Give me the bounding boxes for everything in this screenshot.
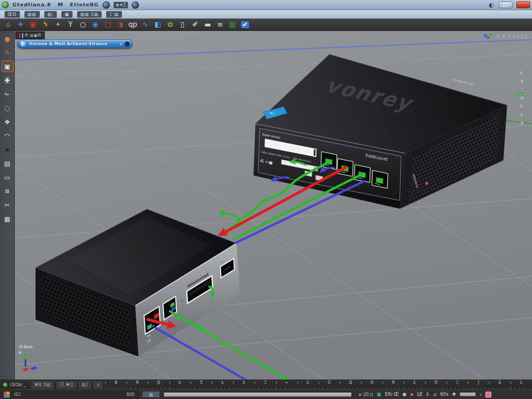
panel-tool-icon[interactable]: ▤ [2, 158, 13, 169]
selection-info-bar[interactable]: Iterene & Mull Arlibent-Elreece ▾ [17, 39, 133, 48]
axes-icon[interactable]: ĿE [417, 392, 423, 397]
restore-button[interactable] [499, 1, 513, 8]
key-icon[interactable]: ▪ [410, 392, 413, 397]
star-icon[interactable]: ✦ [52, 19, 64, 30]
close-button[interactable] [516, 1, 530, 8]
bar-tool-icon[interactable]: ▭ [2, 172, 13, 182]
timeline-button[interactable]: ΔΞ [79, 381, 91, 388]
y-tool-icon[interactable]: Υ [65, 19, 76, 30]
clay-tool-icon[interactable]: ● [2, 33, 13, 44]
origin-sub-label: Ø [18, 351, 21, 355]
knife-tool-icon[interactable]: ✁ [2, 89, 13, 99]
select-box-icon[interactable]: ▣ [2, 61, 13, 72]
time-slider[interactable] [163, 392, 352, 397]
ruler-tick: Ω [340, 380, 361, 390]
flag-tool-icon[interactable]: ➤ [2, 144, 13, 155]
globe-tool-icon[interactable]: ◉ [90, 19, 101, 30]
ruler-tick: O [361, 380, 382, 390]
scissors-tool-icon[interactable]: ✂ [2, 200, 13, 210]
arc-tool-icon[interactable]: ◠ [2, 130, 13, 141]
curve-icon[interactable]: ⊿ [433, 392, 436, 397]
home-icon[interactable]: ⌂ [2, 19, 14, 30]
ruler-tick: ʃ [468, 380, 489, 390]
cube-icon[interactable]: ◧ [152, 19, 163, 30]
menu-item[interactable]: ▥¦ [44, 11, 57, 18]
pink-status-icon[interactable] [485, 392, 491, 398]
menu-item[interactable]: ŒD [5, 11, 20, 18]
walk-icon[interactable]: λ [426, 392, 429, 397]
view-info: 3.6 C×223 [483, 32, 528, 41]
app-icon[interactable] [2, 1, 9, 8]
edge-label: £ [520, 111, 524, 119]
check-icon[interactable]: ✔ [239, 19, 251, 30]
display-mode-chip[interactable]: ▦ [142, 391, 160, 398]
timeline-button[interactable]: ΞΪ ЖΞ [56, 381, 77, 388]
lasso-tool-icon[interactable]: ◌ [2, 103, 13, 113]
title-bar: Gtedfiana.8 M EtioteBG ∗+Ξ ◐ [0, 0, 532, 10]
eri-label[interactable]: ERı Œ [385, 392, 399, 397]
ruler-tick: ÷ [276, 380, 297, 390]
chevron-down-icon: ▾ [120, 42, 122, 46]
main-toolbar: ⌂✈▣ϟ✦Υ○◉▢◑qp∿◧✿▯✐▬≡▥✔ [0, 18, 532, 31]
eraser-icon[interactable]: ▬ [202, 19, 213, 30]
timeline-button[interactable]: ЖΕ ΪЩ [31, 381, 54, 388]
disc-icon[interactable]: ◑ [115, 19, 126, 30]
globe-icon[interactable] [103, 1, 110, 9]
leaf-icon[interactable]: ✿ [164, 19, 176, 30]
jet-icon[interactable]: ✈ [15, 19, 26, 30]
record-icon[interactable] [3, 382, 8, 387]
pen-icon[interactable]: ✐ [189, 19, 201, 30]
ruler-tick: Ɔ [254, 380, 276, 390]
camera-box-icon[interactable]: ▢ [102, 19, 114, 30]
menu-bar: ŒD▤▤▥¦▦▥▤ 5▤Ξ ▤ [0, 10, 532, 18]
edge-label: R [520, 78, 524, 86]
secs-label[interactable]: 60s [440, 392, 448, 397]
window-title: Gtedfiana.8 M EtioteBG [12, 2, 99, 8]
timeline-button[interactable]: ▫ [94, 381, 103, 388]
timeline-ruler[interactable]: BЯQŁ5Ŀ£Ɔ÷ƐĠΩOЯƐƱΞʃƂĿ [105, 380, 532, 390]
wave-icon[interactable]: ∿ [139, 19, 151, 30]
ruler-tick: 5 [191, 380, 212, 390]
selection-icon [20, 41, 26, 47]
minimize-button[interactable]: ◐ [488, 1, 495, 9]
pixel-grid-icon[interactable] [4, 392, 10, 398]
sphere-icon[interactable]: ● [402, 392, 406, 397]
tool-sidebar: ●✎▣✚✁◌❖◠➤▤▭⧈✂▦ [0, 31, 15, 380]
zoom-slider[interactable] [459, 392, 476, 397]
list-icon[interactable]: ≡ [214, 19, 226, 30]
magenta-dot [425, 182, 428, 185]
menu-item[interactable]: ▥▤ 5▤ [77, 11, 102, 18]
lightning-icon[interactable]: ϟ [40, 19, 51, 30]
gears-icon[interactable]: ✱ [452, 392, 456, 397]
ruler-tick: Ġ [319, 380, 340, 390]
status-prefix: ≥ |Z| t¦ [358, 392, 373, 397]
origin-label: Gl 8oos [19, 345, 33, 349]
extrude-tool-icon[interactable]: ⧈ [2, 186, 13, 196]
image-tool-icon[interactable]: ▦ [2, 213, 13, 224]
title-chip: ∗+Ξ [114, 2, 128, 8]
ruler-tick: Ɛ [297, 380, 319, 390]
menu-item[interactable]: ▦ [61, 11, 73, 18]
axis-mini-icon[interactable] [483, 32, 493, 41]
circle-icon[interactable]: ○ [77, 19, 89, 30]
books-icon[interactable]: ▥ [227, 19, 238, 30]
viewport-3d[interactable]: PIA· ▭▯ Stiennomad ИΞ ≡¦ [0, 0, 532, 399]
menu-item[interactable]: Ξ ▤ [106, 11, 122, 18]
status-suffix: ι [480, 392, 481, 397]
ruler-tick: Q [148, 380, 169, 390]
status-mid-section: ▦ [139, 391, 356, 398]
globe-icon-2[interactable] [132, 1, 139, 9]
red-box-icon[interactable]: ▣ [27, 19, 39, 30]
record-label: (3/1b¦ _ [10, 382, 26, 387]
shards-tool-icon[interactable]: ❖ [2, 116, 13, 127]
brush-tool-icon[interactable]: ✎ [2, 47, 13, 58]
document-tab[interactable]: Ѳ ▤▦Ѳ [15, 31, 45, 39]
ruler-tick: Ƃ [489, 380, 510, 390]
door-icon[interactable]: ▯ [177, 19, 188, 30]
selection-close-icon[interactable] [125, 42, 130, 47]
menu-item[interactable]: ▤▤ [24, 11, 40, 18]
move-tool-icon[interactable]: ✚ [2, 75, 13, 85]
status-right-section: ≥ |Z| t¦ ▦ERı Œ●▪ĿEλ⊿60s✱ ι [356, 392, 494, 398]
magnet-icon[interactable]: qp [127, 19, 139, 30]
layers-icon[interactable]: ▦ [377, 392, 381, 397]
